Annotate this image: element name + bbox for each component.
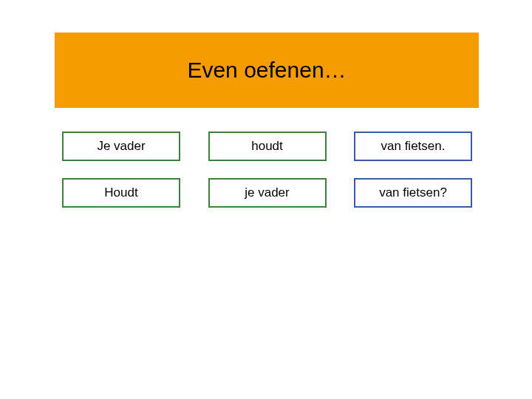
cell-r2-c3: van fietsen? xyxy=(354,178,472,208)
header-title: Even oefenen… xyxy=(187,58,346,83)
table-row: Je vader houdt van fietsen. xyxy=(62,132,472,161)
cell-r1-c2: houdt xyxy=(208,132,327,161)
practice-grid: Je vader houdt van fietsen. Houdt je vad… xyxy=(62,132,472,225)
header-banner: Even oefenen… xyxy=(55,33,479,108)
table-row: Houdt je vader van fietsen? xyxy=(62,178,472,208)
cell-r2-c2: je vader xyxy=(208,178,327,208)
cell-r1-c1: Je vader xyxy=(62,132,180,161)
cell-r1-c3: van fietsen. xyxy=(354,132,472,161)
cell-r2-c1: Houdt xyxy=(62,178,180,208)
